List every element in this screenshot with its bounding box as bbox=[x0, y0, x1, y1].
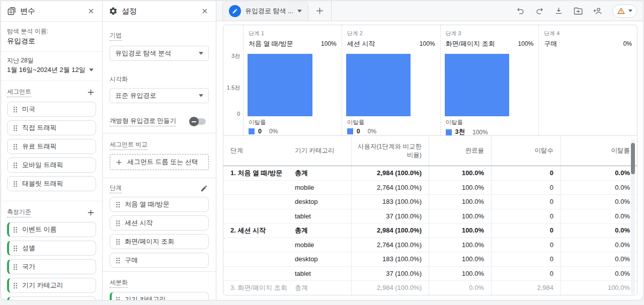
abandonment-value: 0 bbox=[357, 128, 360, 135]
segment-chip-usa[interactable]: 미국 bbox=[7, 102, 96, 117]
funnel-column-step-4: 단계 4 구매0% bbox=[538, 25, 637, 135]
ga4-exploration-app: 변수 탐색 분석 이름: 유입경로 지난 28일 1월 16일~2024년 2월… bbox=[0, 0, 644, 305]
header-abandonment-rate: 이탈률 bbox=[560, 136, 637, 166]
funnel-report-card: 3천 1.5천 0 단계 1 처음 열 때/방문100% 이탈률 00% bbox=[223, 25, 637, 295]
settings-panel-title: 설정 bbox=[122, 7, 200, 16]
variables-panel: 변수 탐색 분석 이름: 유입경로 지난 28일 1월 16일~2024년 2월… bbox=[1, 1, 102, 300]
funnel-bar[interactable] bbox=[248, 54, 312, 117]
abandonment-rate-label: 이탈률 bbox=[249, 119, 337, 126]
step-percent: 100% bbox=[321, 40, 337, 47]
step-chip-session-start[interactable]: 세션 시작 bbox=[110, 215, 209, 231]
step-number-label: 단계 4 bbox=[544, 30, 632, 37]
dimension-chip-first-user-medium[interactable]: 첫 사용자 매체 bbox=[7, 296, 96, 300]
add-dimension-button[interactable] bbox=[86, 207, 96, 218]
visualization-label: 시각화 bbox=[110, 75, 128, 83]
funnel-column-step-3: 단계 3 화면/페이지 조회100% 이탈률 3천100% bbox=[440, 25, 539, 135]
open-funnel-label: 개방형 유입경로 만들기 bbox=[110, 117, 176, 126]
variables-panel-title: 변수 bbox=[20, 7, 86, 16]
step-percent: 100% bbox=[518, 40, 534, 47]
segment-chip-direct-traffic[interactable]: 직접 트래픽 bbox=[7, 120, 96, 135]
add-tab-button[interactable] bbox=[308, 1, 332, 21]
y-tick-0: 0 bbox=[237, 111, 240, 117]
header-users: 사용자(1단계와 비교한 비율) bbox=[351, 136, 429, 166]
breakdown-chip-device-category[interactable]: 기기 카테고리 bbox=[110, 292, 209, 300]
table-row: 2. 세션 시작 총계 2,984 (100.0%) 100.0% 0 0.0% bbox=[223, 223, 637, 238]
table-row: tablet 37 (100.0%) 100.0% 0 0.0% bbox=[223, 267, 637, 281]
variables-icon bbox=[7, 7, 16, 16]
table-row: desktop 183 (100.0%) 100.0% 0 0.0% bbox=[223, 195, 637, 209]
exploration-name-value[interactable]: 유입경로 bbox=[7, 37, 96, 46]
exploration-name-label: 탐색 분석 이름: bbox=[7, 28, 96, 35]
abandonment-value: 3천 bbox=[455, 128, 465, 136]
table-header-row: 단계 기기 카테고리 사용자(1단계와 비교한 비율) 완료율 이탈수 이탈률 bbox=[223, 136, 637, 166]
header-step: 단계 bbox=[223, 136, 295, 166]
open-funnel-toggle[interactable] bbox=[191, 118, 206, 125]
table-scrollbar[interactable] bbox=[631, 139, 635, 294]
settings-panel-header: 설정 bbox=[103, 1, 216, 22]
add-segment-button[interactable] bbox=[86, 87, 96, 98]
abandonment-percent: 100% bbox=[472, 129, 488, 136]
segment-chip-mobile-traffic[interactable]: 모바일 트래픽 bbox=[7, 158, 96, 173]
abandonment-value: 0 bbox=[258, 128, 262, 135]
plus-icon bbox=[115, 159, 123, 166]
funnel-bar[interactable] bbox=[346, 54, 411, 117]
step-chip-purchase[interactable]: 구매 bbox=[110, 253, 209, 268]
dimension-chip-event-name[interactable]: 이벤트 이름 bbox=[7, 222, 96, 237]
export-icon[interactable] bbox=[573, 6, 583, 16]
technique-value: 유입경로 탐색 분석 bbox=[115, 49, 171, 58]
dimension-chip-device-category[interactable]: 기기 카테고리 bbox=[7, 278, 96, 293]
dimension-chip-gender[interactable]: 성별 bbox=[7, 241, 96, 256]
undo-icon[interactable] bbox=[516, 6, 525, 16]
y-tick-1-5k: 1.5천 bbox=[227, 84, 240, 92]
table-row: 3. 화면/페이지 조회 총계 2,984 (100.0%) 0.0% 2,98… bbox=[223, 281, 637, 295]
warning-icon bbox=[617, 7, 625, 15]
abandonment-percent: 0% bbox=[368, 128, 376, 135]
plus-icon bbox=[315, 6, 325, 16]
step-name: 화면/페이지 조회 bbox=[446, 39, 495, 48]
drag-handle-icon bbox=[13, 125, 18, 131]
drag-handle-icon bbox=[13, 181, 18, 187]
variables-close-button[interactable] bbox=[86, 6, 96, 16]
share-add-user-icon[interactable] bbox=[593, 6, 603, 16]
drag-handle-icon bbox=[13, 226, 18, 233]
pencil-icon bbox=[200, 185, 208, 192]
funnel-bar[interactable] bbox=[445, 54, 510, 116]
funnel-table: 단계 기기 카테고리 사용자(1단계와 비교한 비율) 완료율 이탈수 이탈률 … bbox=[223, 136, 637, 295]
segment-drop-target[interactable]: 세그먼트 드롭 또는 선택 bbox=[110, 154, 209, 170]
step-chip-first-open-visit[interactable]: 처음 열 때/방문 bbox=[110, 197, 209, 212]
chevron-down-icon[interactable] bbox=[297, 10, 302, 13]
chevron-down-icon bbox=[199, 52, 203, 55]
segment-chip-paid-traffic[interactable]: 유료 트래픽 bbox=[7, 139, 96, 154]
step-name: 처음 열 때/방문 bbox=[249, 39, 293, 48]
step-number-label: 단계 1 bbox=[249, 30, 337, 37]
edit-steps-button[interactable] bbox=[199, 184, 209, 193]
download-icon[interactable] bbox=[554, 6, 564, 16]
step-chip-screen-page-view[interactable]: 화면/페이지 조회 bbox=[110, 234, 209, 249]
drag-handle-icon bbox=[116, 257, 120, 264]
exploration-name-section: 탐색 분석 이름: 유입경로 bbox=[1, 22, 102, 52]
step-name: 구매 bbox=[544, 39, 557, 48]
redo-icon[interactable] bbox=[535, 6, 544, 16]
legend-swatch bbox=[249, 128, 255, 134]
y-axis: 3천 1.5천 0 bbox=[223, 25, 243, 135]
drag-handle-icon bbox=[116, 220, 120, 226]
table-row: mobile 2,764 (100.0%) 100.0% 0 0.0% bbox=[223, 238, 637, 253]
step-percent: 100% bbox=[420, 40, 435, 47]
scrollbar-thumb[interactable] bbox=[631, 143, 635, 174]
tab-funnel-exploration[interactable]: 유입경로 탐색 ... bbox=[222, 1, 308, 21]
plus-icon bbox=[87, 208, 95, 217]
drag-handle-icon bbox=[116, 239, 120, 245]
header-completion-rate: 완료율 bbox=[429, 136, 491, 166]
visualization-select[interactable]: 표준 유입경로 bbox=[110, 88, 209, 103]
dimensions-section: 측정기준 이벤트 이름 성별 국가 기기 카테고리 첫 사용자 매체 bbox=[1, 201, 102, 300]
steps-label: 단계 bbox=[110, 184, 122, 193]
dimension-chip-country[interactable]: 국가 bbox=[7, 259, 96, 274]
segment-chip-tablet-traffic[interactable]: 태블릿 트래픽 bbox=[7, 176, 96, 191]
settings-close-button[interactable] bbox=[200, 6, 210, 16]
drag-handle-icon bbox=[13, 162, 18, 169]
settings-panel: 설정 기법 유입경로 탐색 분석 시각화 표준 유입경로 개방형 유입경로 만들… bbox=[102, 1, 216, 300]
date-range-selector[interactable]: 지난 28일 1월 16일~2024년 2월 12일 bbox=[1, 52, 102, 81]
technique-select[interactable]: 유입경로 탐색 분석 bbox=[110, 46, 209, 61]
abandonment-rate-label: 이탈률 bbox=[347, 119, 435, 126]
sampling-status-button[interactable] bbox=[612, 5, 637, 18]
